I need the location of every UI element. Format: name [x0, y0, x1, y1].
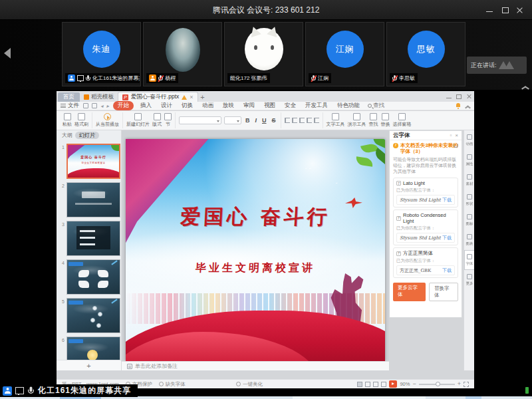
- paste-button[interactable]: 粘贴: [63, 113, 72, 128]
- line-spacing-icon[interactable]: [307, 118, 312, 123]
- format-painter-button[interactable]: 格式刷: [74, 113, 88, 128]
- reading-view-icon[interactable]: [373, 382, 378, 387]
- download-link[interactable]: 下载: [442, 235, 452, 241]
- new-slide-button[interactable]: 新建幻灯片: [126, 113, 150, 128]
- minimize-icon[interactable]: [485, 6, 493, 14]
- strikethrough-button[interactable]: S: [271, 117, 277, 124]
- tab-transition[interactable]: 切换: [179, 101, 196, 110]
- play-from-current-button[interactable]: 从当前播放: [96, 113, 119, 128]
- close-tab-icon[interactable]: ×: [190, 94, 193, 100]
- add-slide-button[interactable]: +: [57, 360, 121, 370]
- video-tile-nenghua[interactable]: 能化172 张鹏伟: [224, 22, 303, 86]
- file-menu[interactable]: 文件: [61, 102, 79, 110]
- text-tool-icon: [332, 113, 339, 120]
- rail-more[interactable]: 更多: [464, 270, 474, 290]
- rail-icons[interactable]: 图标: [464, 210, 474, 230]
- video-tile-simin[interactable]: 思敏 李思敏: [386, 22, 466, 86]
- indent-icon[interactable]: [299, 118, 305, 123]
- video-tile-yangcheng[interactable]: 杨程: [143, 22, 222, 86]
- slide-thumbnail-5[interactable]: [66, 298, 120, 333]
- notes-bar[interactable]: 单击此处添加备注: [122, 361, 389, 370]
- underline-button[interactable]: U: [261, 117, 268, 124]
- slide-thumbnail-6[interactable]: [66, 336, 120, 360]
- download-link[interactable]: 下载: [442, 197, 452, 203]
- video-tile-jiangxian[interactable]: 江娴 江娴: [305, 22, 384, 86]
- panel-close-icon[interactable]: ×: [455, 132, 458, 138]
- panel-pin-icon[interactable]: ▫: [450, 132, 452, 138]
- bold-button[interactable]: B: [244, 117, 251, 124]
- font-size-select[interactable]: [224, 116, 241, 124]
- tab-devtools[interactable]: 开发工具: [303, 101, 331, 110]
- rail-cloud-fonts[interactable]: 字体: [464, 250, 474, 270]
- docer-template-tab[interactable]: 稻壳模板: [80, 92, 118, 102]
- zoom-slider-knob[interactable]: [436, 382, 440, 386]
- slide-thumbnail-4[interactable]: [66, 259, 120, 295]
- outline-tab[interactable]: 大纲: [62, 132, 72, 139]
- align-icon[interactable]: [314, 118, 319, 123]
- rail-animation[interactable]: 动画: [464, 130, 474, 150]
- command-search[interactable]: 查找: [368, 102, 384, 110]
- sorter-view-icon[interactable]: [365, 382, 370, 387]
- slides-tab[interactable]: 幻灯片: [75, 132, 99, 139]
- new-tab-button[interactable]: +: [198, 92, 207, 102]
- download-link[interactable]: 下载: [442, 267, 452, 274]
- rail-assets[interactable]: 素材: [464, 170, 474, 190]
- tab-design[interactable]: 设计: [158, 101, 175, 110]
- replace-font-button[interactable]: 替换字体: [429, 283, 458, 301]
- text-tool-button[interactable]: 文字工具: [327, 113, 345, 128]
- tab-slideshow[interactable]: 放映: [220, 101, 237, 110]
- tab-review[interactable]: 审阅: [241, 101, 257, 110]
- save-icon[interactable]: [83, 103, 88, 108]
- wps-home-tab[interactable]: 首页: [58, 92, 80, 102]
- zoom-slider[interactable]: [419, 384, 455, 385]
- section-button[interactable]: 节: [164, 113, 172, 128]
- missing-fonts-status[interactable]: 缺失字体: [159, 381, 186, 388]
- zoom-in-button[interactable]: +: [458, 381, 461, 387]
- notification-bell-icon[interactable]: [456, 103, 461, 108]
- redo-icon[interactable]: ▸: [106, 103, 109, 109]
- demo-tool-button[interactable]: 演示工具: [348, 113, 366, 128]
- beautify-button[interactable]: 一键美化: [236, 381, 263, 388]
- normal-view-icon[interactable]: [357, 382, 362, 387]
- tab-home[interactable]: 开始: [113, 101, 134, 110]
- wps-close-icon[interactable]: [466, 94, 471, 99]
- replace-button[interactable]: 替换: [381, 113, 390, 128]
- tab-view[interactable]: 视图: [261, 101, 278, 110]
- refresh-icon[interactable]: [454, 143, 458, 148]
- rail-charts[interactable]: 图表: [464, 230, 474, 250]
- collapse-strip-icon[interactable]: [521, 84, 528, 88]
- tab-features[interactable]: 特色功能: [334, 101, 362, 110]
- font-family-select[interactable]: [179, 116, 221, 124]
- video-tile-zhudi[interactable]: 朱迪 化工161朱迪的屏幕共享: [62, 22, 141, 86]
- italic-button[interactable]: I: [254, 117, 259, 124]
- slide-thumbnail-1[interactable]: 爱国心 奋斗行 毕业生文明离校宣讲: [66, 144, 120, 179]
- close-icon[interactable]: [516, 6, 524, 14]
- fit-slide-icon[interactable]: [464, 382, 469, 387]
- slide-thumbnail-2[interactable]: [66, 182, 120, 217]
- bullet-list-icon[interactable]: [285, 118, 290, 123]
- slide-thumbnail-3[interactable]: [66, 221, 120, 256]
- tab-insert[interactable]: 插入: [138, 101, 154, 110]
- find-button[interactable]: 查找: [369, 113, 378, 128]
- rail-shapes[interactable]: 形状: [464, 190, 474, 210]
- zoom-out-button[interactable]: −: [412, 381, 416, 387]
- collapse-ribbon-icon[interactable]: [465, 104, 470, 108]
- panel-header: 云字体 ▫ ×: [390, 131, 462, 140]
- tab-animation[interactable]: 动画: [200, 101, 216, 110]
- slideshow-play-button[interactable]: [389, 380, 397, 388]
- more-cloud-fonts-button[interactable]: 更多云字体: [393, 283, 426, 301]
- prev-page-arrow-icon[interactable]: [4, 48, 11, 59]
- undo-icon[interactable]: ◂: [100, 103, 103, 109]
- select-pane-button[interactable]: 选择窗格: [393, 113, 412, 128]
- notes-view-icon[interactable]: [381, 382, 386, 387]
- maximize-icon[interactable]: [501, 6, 509, 14]
- document-tab[interactable]: P 爱国心-奋斗行.pptx ×: [118, 92, 198, 102]
- tab-security[interactable]: 安全: [282, 101, 299, 110]
- wps-maximize-icon[interactable]: [456, 94, 462, 99]
- numbered-list-icon[interactable]: [292, 118, 297, 123]
- layout-button[interactable]: 版式: [152, 113, 162, 128]
- print-icon[interactable]: [92, 103, 97, 108]
- current-slide[interactable]: ⌄⌄ ⌄ 爱国心 奋斗行 毕业生文明离校宣讲: [126, 139, 385, 361]
- wps-minimize-icon[interactable]: [446, 94, 452, 99]
- rail-properties[interactable]: 属性: [464, 150, 474, 170]
